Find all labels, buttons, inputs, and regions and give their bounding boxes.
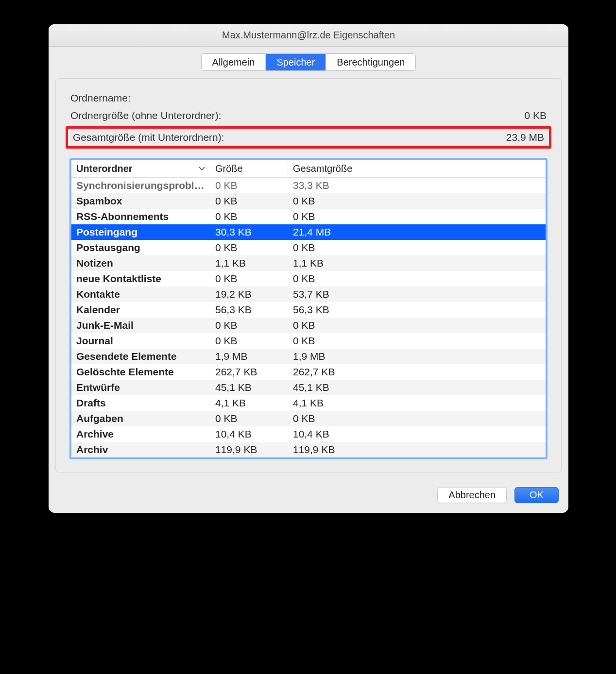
- cell-size: 0 KB: [210, 318, 288, 333]
- cell-name: RSS-Abonnements: [71, 209, 210, 224]
- cell-size: 10,4 KB: [210, 426, 288, 442]
- tab-panel: Ordnername: Ordnergröße (ohne Unterordne…: [55, 78, 562, 472]
- cell-size: 1,1 KB: [210, 255, 288, 271]
- cell-name: Postausgang: [71, 240, 210, 255]
- table-row[interactable]: Journal0 KB0 KB: [71, 333, 546, 349]
- cell-total: 10,4 KB: [288, 426, 546, 442]
- table-row[interactable]: Aufgaben0 KB0 KB: [71, 411, 546, 426]
- table-body: Synchronisierungsproble...0 KB33,3 KBSpa…: [71, 178, 546, 457]
- column-header-name[interactable]: Unterordner: [71, 160, 210, 177]
- cell-name: Archiv: [71, 442, 210, 457]
- cell-size: 56,3 KB: [210, 302, 288, 318]
- cancel-button[interactable]: Abbrechen: [437, 487, 507, 503]
- table-row[interactable]: Kalender56,3 KB56,3 KB: [71, 302, 546, 318]
- dialog-buttons: Abbrechen OK: [49, 479, 568, 513]
- cell-total: 56,3 KB: [288, 302, 546, 318]
- cell-total: 119,9 KB: [288, 442, 546, 457]
- cell-total: 0 KB: [288, 193, 546, 209]
- cell-name: Entwürfe: [71, 380, 210, 395]
- cell-total: 0 KB: [288, 271, 546, 286]
- cell-name: Archive: [71, 426, 210, 442]
- cell-size: 1,9 MB: [210, 349, 288, 364]
- cell-total: 33,3 KB: [288, 178, 546, 193]
- cell-name: Journal: [71, 333, 210, 349]
- cell-name: Spambox: [71, 193, 210, 209]
- ok-button[interactable]: OK: [514, 487, 559, 503]
- cell-total: 262,7 KB: [288, 364, 546, 380]
- info-folder-name: Ordnername:: [69, 89, 548, 107]
- total-size-label: Gesamtgröße (mit Unterordnern):: [73, 132, 224, 143]
- cell-name: Posteingang: [71, 224, 210, 240]
- table-row[interactable]: Gelöschte Elemente262,7 KB262,7 KB: [71, 364, 546, 380]
- cell-name: Aufgaben: [71, 411, 210, 426]
- cell-total: 0 KB: [288, 333, 546, 349]
- table-row[interactable]: Gesendete Elemente1,9 MB1,9 MB: [71, 349, 546, 364]
- tab-speicher[interactable]: Speicher: [266, 54, 326, 70]
- cell-size: 0 KB: [210, 209, 288, 224]
- table-row[interactable]: Archiv119,9 KB119,9 KB: [71, 442, 546, 457]
- cell-size: 119,9 KB: [210, 442, 288, 457]
- cell-size: 0 KB: [210, 193, 288, 209]
- table-row[interactable]: Entwürfe45,1 KB45,1 KB: [71, 380, 546, 395]
- cell-size: 4,1 KB: [210, 395, 288, 411]
- cell-size: 0 KB: [210, 411, 288, 426]
- table-row[interactable]: Notizen1,1 KB1,1 KB: [71, 255, 546, 271]
- table-row[interactable]: Kontakte19,2 KB53,7 KB: [71, 286, 546, 302]
- cell-total: 45,1 KB: [288, 380, 546, 395]
- table-row[interactable]: Posteingang30,3 KB21,4 MB: [71, 224, 546, 240]
- table-row[interactable]: Drafts4,1 KB4,1 KB: [71, 395, 546, 411]
- cell-total: 0 KB: [288, 318, 546, 333]
- table-row[interactable]: Postausgang0 KB0 KB: [71, 240, 546, 255]
- header-total-text: Gesamtgröße: [293, 163, 352, 174]
- cell-size: 262,7 KB: [210, 364, 288, 380]
- cell-total: 53,7 KB: [288, 286, 546, 302]
- table-row[interactable]: neue Kontaktliste0 KB0 KB: [71, 271, 546, 286]
- cell-total: 0 KB: [288, 240, 546, 255]
- cell-name: Notizen: [71, 255, 210, 271]
- table-row[interactable]: RSS-Abonnements0 KB0 KB: [71, 209, 546, 224]
- content-area: Allgemein Speicher Berechtigungen Ordner…: [49, 47, 568, 479]
- table-row[interactable]: Spambox0 KB0 KB: [71, 193, 546, 209]
- cell-size: 0 KB: [210, 240, 288, 255]
- column-header-total[interactable]: Gesamtgröße: [288, 160, 546, 177]
- cell-total: 0 KB: [288, 209, 546, 224]
- cell-size: 30,3 KB: [210, 224, 288, 240]
- cell-size: 0 KB: [210, 333, 288, 349]
- info-folder-size: Ordnergröße (ohne Unterordner): 0 KB: [69, 107, 548, 124]
- table-row[interactable]: Synchronisierungsproble...0 KB33,3 KB: [71, 178, 546, 193]
- cell-name: Gelöschte Elemente: [71, 364, 210, 380]
- cell-name: neue Kontaktliste: [71, 271, 210, 286]
- table-row[interactable]: Junk-E-Mail0 KB0 KB: [71, 318, 546, 333]
- cell-total: 4,1 KB: [288, 395, 546, 411]
- cell-size: 19,2 KB: [210, 286, 288, 302]
- subfolder-table: Unterordner Größe Gesamtgröße Synchronis…: [69, 158, 548, 459]
- cell-name: Kalender: [71, 302, 210, 318]
- cell-size: 0 KB: [210, 271, 288, 286]
- cell-total: 1,1 KB: [288, 255, 546, 271]
- cell-name: Kontakte: [71, 286, 210, 302]
- cell-name: Junk-E-Mail: [71, 318, 210, 333]
- chevron-down-icon: [199, 167, 205, 171]
- cell-total: 1,9 MB: [288, 349, 546, 364]
- header-size-text: Größe: [215, 163, 243, 174]
- info-total-size: Gesamtgröße (mit Unterordnern): 23,9 MB: [72, 130, 545, 145]
- table-header: Unterordner Größe Gesamtgröße: [71, 160, 546, 178]
- folder-name-label: Ordnername:: [70, 92, 131, 104]
- tab-allgemein[interactable]: Allgemein: [202, 54, 266, 70]
- header-name-text: Unterordner: [76, 163, 133, 174]
- total-size-value: 23,9 MB: [506, 132, 544, 143]
- folder-size-value: 0 KB: [524, 110, 547, 121]
- total-size-highlight: Gesamtgröße (mit Unterordnern): 23,9 MB: [66, 126, 551, 149]
- tab-row: Allgemein Speicher Berechtigungen: [55, 53, 562, 71]
- folder-size-label: Ordnergröße (ohne Unterordner):: [70, 110, 221, 121]
- table-row[interactable]: Archive10,4 KB10,4 KB: [71, 426, 546, 442]
- cell-total: 0 KB: [288, 411, 546, 426]
- tab-berechtigungen[interactable]: Berechtigungen: [326, 54, 415, 70]
- column-header-size[interactable]: Größe: [210, 160, 288, 177]
- window-title: Max.Mustermann@lrz.de Eigenschaften: [49, 24, 568, 47]
- cell-size: 45,1 KB: [210, 380, 288, 395]
- segmented-control: Allgemein Speicher Berechtigungen: [201, 53, 416, 71]
- cell-name: Synchronisierungsproble...: [71, 178, 210, 193]
- cell-total: 21,4 MB: [288, 224, 546, 240]
- cell-size: 0 KB: [210, 178, 288, 193]
